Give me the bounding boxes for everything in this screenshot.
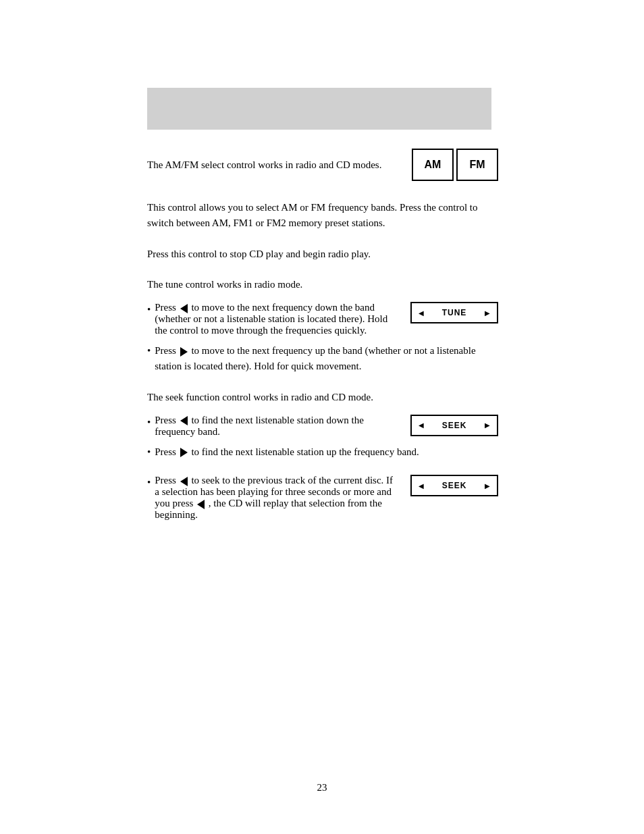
seek1-control-widget[interactable]: ◀ SEEK ▶	[410, 415, 498, 436]
tune-label: TUNE	[431, 308, 478, 317]
seek-section-1: The seek function control works in radio…	[147, 390, 498, 461]
page-container: The AM/FM select control works in radio …	[0, 0, 644, 834]
amfm-description: The AM/FM select control works in radio …	[147, 157, 392, 173]
tune-bullet-2-text: Press to move to the next frequency up t…	[155, 343, 498, 375]
tune-arrow-left-icon: ◀	[412, 303, 431, 322]
seek2-bullet-1-text: Press to seek to the previous track of t…	[155, 475, 397, 521]
tune-bullet-2: • Press to move to the next frequency up…	[147, 343, 498, 375]
tune-bullet-1-content: Press to move to the next frequency down…	[155, 302, 498, 336]
seek2-left-arrow-inline-icon	[197, 500, 205, 509]
amfm-buttons: AM FM	[412, 149, 498, 181]
tune-right-arrow-icon	[180, 347, 188, 357]
tune-section: The tune control works in radio mode. • …	[147, 277, 498, 375]
seek2-bullet1-press: Press	[155, 475, 176, 486]
amfm-section: The AM/FM select control works in radio …	[147, 149, 498, 181]
tune-control-widget[interactable]: ◀ TUNE ▶	[410, 302, 498, 323]
fm-button[interactable]: FM	[456, 149, 498, 181]
am-button[interactable]: AM	[412, 149, 454, 181]
page-number: 23	[0, 782, 644, 793]
seek1-bullet-2-text: Press to find the next listenable statio…	[155, 444, 498, 460]
seek2-left-arrow-icon	[180, 477, 188, 486]
content-area: The AM/FM select control works in radio …	[147, 149, 498, 536]
seek-section-2: • Press to seek to the previous track of…	[147, 475, 498, 521]
seek1-bullet-1: • Press to find the next listenable stat…	[147, 415, 498, 438]
seek1-arrow-left-icon: ◀	[412, 416, 431, 435]
seek2-arrow-left-icon: ◀	[412, 476, 431, 495]
tune-bullet1-press: Press	[155, 302, 176, 313]
tune-bullet-1: • Press to move to the next frequency do…	[147, 302, 498, 336]
seek2-bullet-1-content: Press to seek to the previous track of t…	[155, 475, 498, 521]
bullet-symbol-2: •	[147, 343, 151, 359]
seek2-widget: ◀ SEEK ▶	[410, 475, 498, 496]
seek1-arrow-right-icon: ▶	[478, 416, 497, 435]
seek1-bullet1-press: Press	[155, 415, 176, 425]
bullet-symbol-1: •	[147, 302, 151, 317]
seek1-widget: ◀ SEEK ▶	[410, 415, 498, 436]
seek2-bullet-1: • Press to seek to the previous track of…	[147, 475, 498, 521]
tune-arrow-right-icon: ▶	[478, 303, 497, 322]
seek1-bullet-symbol-1: •	[147, 415, 151, 430]
seek2-label: SEEK	[431, 481, 478, 490]
tune-bullet2-press: Press	[155, 345, 176, 356]
header-band	[147, 88, 491, 130]
seek1-left-arrow-icon	[180, 416, 188, 425]
tune-left-arrow-icon	[180, 304, 188, 313]
tune-bullet2-body: to move to the next frequency up the ban…	[155, 345, 475, 371]
tune-bullet-1-text: Press to move to the next frequency down…	[155, 302, 397, 336]
seek1-bullet-1-content: Press to find the next listenable statio…	[155, 415, 498, 438]
seek1-bullet-1-text: Press to find the next listenable statio…	[155, 415, 397, 438]
seek1-bullet2-press: Press	[155, 446, 176, 457]
seek1-bullet-2: • Press to find the next listenable stat…	[147, 444, 498, 460]
tune-bullet1-body: to move to the next frequency down the b…	[155, 302, 387, 336]
seek2-arrow-right-icon: ▶	[478, 476, 497, 495]
seek1-bullet-symbol-2: •	[147, 444, 151, 460]
seek1-bullet2-body: to find the next listenable station up t…	[191, 446, 419, 457]
control-description: This control allows you to select AM or …	[147, 200, 498, 232]
seek2-control-widget[interactable]: ◀ SEEK ▶	[410, 475, 498, 496]
seek-intro: The seek function control works in radio…	[147, 390, 498, 405]
seek2-bullet-symbol-1: •	[147, 475, 151, 490]
seek1-right-arrow-icon	[180, 448, 188, 457]
tune-intro: The tune control works in radio mode.	[147, 277, 498, 292]
seek1-label: SEEK	[431, 421, 478, 430]
cd-stop-description: Press this control to stop CD play and b…	[147, 246, 498, 262]
tune-widget: ◀ TUNE ▶	[410, 302, 498, 323]
